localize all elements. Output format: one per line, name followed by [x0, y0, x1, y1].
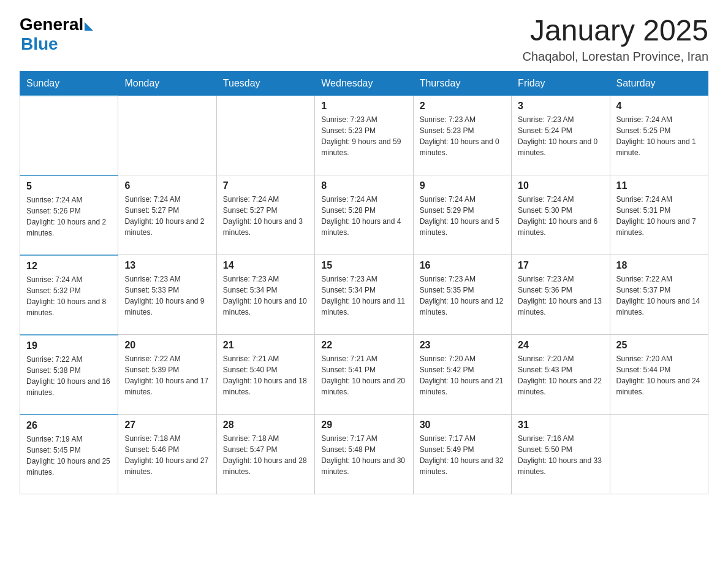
- day-info: Sunrise: 7:18 AMSunset: 5:47 PMDaylight:…: [223, 433, 308, 477]
- calendar-header: SundayMondayTuesdayWednesdayThursdayFrid…: [20, 71, 708, 96]
- day-number: 29: [321, 419, 406, 431]
- day-number: 15: [321, 260, 406, 271]
- calendar-cell: 21Sunrise: 7:21 AMSunset: 5:40 PMDayligh…: [216, 335, 314, 415]
- day-info: Sunrise: 7:24 AMSunset: 5:32 PMDaylight:…: [26, 274, 112, 318]
- calendar-cell: 4Sunrise: 7:24 AMSunset: 5:25 PMDaylight…: [610, 96, 708, 175]
- calendar-week-row: 1Sunrise: 7:23 AMSunset: 5:23 PMDaylight…: [20, 96, 708, 175]
- calendar-cell: 14Sunrise: 7:23 AMSunset: 5:34 PMDayligh…: [216, 255, 314, 335]
- calendar-cell: 15Sunrise: 7:23 AMSunset: 5:34 PMDayligh…: [315, 255, 413, 335]
- calendar-cell: 17Sunrise: 7:23 AMSunset: 5:36 PMDayligh…: [512, 255, 610, 335]
- calendar-cell: 31Sunrise: 7:16 AMSunset: 5:50 PMDayligh…: [512, 415, 610, 494]
- month-title: January 2025: [522, 15, 708, 47]
- day-info: Sunrise: 7:22 AMSunset: 5:38 PMDaylight:…: [26, 354, 112, 398]
- day-number: 4: [616, 101, 702, 112]
- day-info: Sunrise: 7:23 AMSunset: 5:34 PMDaylight:…: [321, 274, 406, 318]
- day-number: 19: [26, 340, 112, 351]
- calendar-cell: 7Sunrise: 7:24 AMSunset: 5:27 PMDaylight…: [216, 175, 314, 255]
- calendar-cell: 3Sunrise: 7:23 AMSunset: 5:24 PMDaylight…: [512, 96, 610, 175]
- weekday-header-monday: Monday: [118, 71, 216, 96]
- day-number: 11: [616, 180, 702, 191]
- day-info: Sunrise: 7:24 AMSunset: 5:25 PMDaylight:…: [616, 114, 702, 158]
- day-info: Sunrise: 7:23 AMSunset: 5:23 PMDaylight:…: [420, 114, 505, 158]
- calendar-cell: 28Sunrise: 7:18 AMSunset: 5:47 PMDayligh…: [216, 415, 314, 494]
- day-info: Sunrise: 7:16 AMSunset: 5:50 PMDaylight:…: [518, 433, 603, 477]
- calendar-cell: 10Sunrise: 7:24 AMSunset: 5:30 PMDayligh…: [512, 175, 610, 255]
- day-number: 10: [518, 180, 603, 191]
- calendar-cell: 26Sunrise: 7:19 AMSunset: 5:45 PMDayligh…: [20, 415, 118, 494]
- calendar-cell: 13Sunrise: 7:23 AMSunset: 5:33 PMDayligh…: [118, 255, 216, 335]
- day-number: 28: [223, 419, 308, 431]
- day-info: Sunrise: 7:24 AMSunset: 5:27 PMDaylight:…: [124, 194, 210, 238]
- page-header: General Blue January 2025 Chaqabol, Lore…: [20, 15, 708, 64]
- day-number: 25: [616, 340, 702, 351]
- calendar-cell: [610, 415, 708, 494]
- day-number: 12: [26, 261, 112, 272]
- calendar-cell: 30Sunrise: 7:17 AMSunset: 5:49 PMDayligh…: [413, 415, 511, 494]
- day-number: 21: [223, 340, 308, 351]
- day-info: Sunrise: 7:17 AMSunset: 5:49 PMDaylight:…: [420, 433, 505, 477]
- logo-blue-text: Blue: [21, 34, 93, 54]
- day-number: 9: [420, 180, 505, 191]
- day-info: Sunrise: 7:24 AMSunset: 5:28 PMDaylight:…: [321, 194, 406, 238]
- day-number: 3: [518, 101, 603, 112]
- day-number: 8: [321, 180, 406, 191]
- day-number: 30: [420, 419, 505, 431]
- weekday-header-wednesday: Wednesday: [315, 71, 413, 96]
- calendar-body: 1Sunrise: 7:23 AMSunset: 5:23 PMDaylight…: [20, 96, 708, 494]
- logo-general-text: General: [20, 15, 83, 34]
- calendar-cell: 18Sunrise: 7:22 AMSunset: 5:37 PMDayligh…: [610, 255, 708, 335]
- weekday-header-sunday: Sunday: [20, 71, 118, 96]
- weekday-header-thursday: Thursday: [413, 71, 511, 96]
- day-info: Sunrise: 7:23 AMSunset: 5:33 PMDaylight:…: [124, 274, 210, 318]
- day-info: Sunrise: 7:22 AMSunset: 5:37 PMDaylight:…: [616, 274, 702, 318]
- calendar-week-row: 19Sunrise: 7:22 AMSunset: 5:38 PMDayligh…: [20, 335, 708, 415]
- calendar-cell: 5Sunrise: 7:24 AMSunset: 5:26 PMDaylight…: [20, 175, 118, 255]
- weekday-header-friday: Friday: [512, 71, 610, 96]
- calendar-cell: 11Sunrise: 7:24 AMSunset: 5:31 PMDayligh…: [610, 175, 708, 255]
- day-number: 20: [124, 340, 210, 351]
- calendar-cell: 9Sunrise: 7:24 AMSunset: 5:29 PMDaylight…: [413, 175, 511, 255]
- weekday-header-tuesday: Tuesday: [216, 71, 314, 96]
- day-number: 26: [26, 420, 112, 431]
- calendar-table: SundayMondayTuesdayWednesdayThursdayFrid…: [20, 71, 708, 495]
- calendar-week-row: 5Sunrise: 7:24 AMSunset: 5:26 PMDaylight…: [20, 175, 708, 255]
- day-number: 7: [223, 180, 308, 191]
- weekday-header-row: SundayMondayTuesdayWednesdayThursdayFrid…: [20, 71, 708, 96]
- day-info: Sunrise: 7:23 AMSunset: 5:35 PMDaylight:…: [420, 274, 505, 318]
- calendar-cell: 2Sunrise: 7:23 AMSunset: 5:23 PMDaylight…: [413, 96, 511, 175]
- logo: General Blue: [20, 15, 93, 54]
- day-info: Sunrise: 7:23 AMSunset: 5:36 PMDaylight:…: [518, 274, 603, 318]
- calendar-cell: 29Sunrise: 7:17 AMSunset: 5:48 PMDayligh…: [315, 415, 413, 494]
- day-number: 18: [616, 260, 702, 271]
- day-info: Sunrise: 7:22 AMSunset: 5:39 PMDaylight:…: [124, 353, 210, 397]
- day-number: 22: [321, 340, 406, 351]
- calendar-week-row: 12Sunrise: 7:24 AMSunset: 5:32 PMDayligh…: [20, 255, 708, 335]
- logo-top-line: General: [20, 15, 93, 34]
- day-number: 24: [518, 340, 603, 351]
- day-number: 1: [321, 101, 406, 112]
- day-number: 14: [223, 260, 308, 271]
- calendar-cell: 16Sunrise: 7:23 AMSunset: 5:35 PMDayligh…: [413, 255, 511, 335]
- calendar-cell: [118, 96, 216, 175]
- day-info: Sunrise: 7:21 AMSunset: 5:40 PMDaylight:…: [223, 353, 308, 397]
- day-info: Sunrise: 7:24 AMSunset: 5:30 PMDaylight:…: [518, 194, 603, 238]
- day-number: 2: [420, 101, 505, 112]
- day-info: Sunrise: 7:19 AMSunset: 5:45 PMDaylight:…: [26, 434, 112, 478]
- day-info: Sunrise: 7:23 AMSunset: 5:23 PMDaylight:…: [321, 114, 406, 158]
- day-info: Sunrise: 7:24 AMSunset: 5:31 PMDaylight:…: [616, 194, 702, 238]
- title-section: January 2025 Chaqabol, Lorestan Province…: [522, 15, 708, 64]
- logo-wrapper: General Blue: [20, 15, 93, 54]
- day-info: Sunrise: 7:21 AMSunset: 5:41 PMDaylight:…: [321, 353, 406, 397]
- calendar-cell: 23Sunrise: 7:20 AMSunset: 5:42 PMDayligh…: [413, 335, 511, 415]
- day-info: Sunrise: 7:18 AMSunset: 5:46 PMDaylight:…: [124, 433, 210, 477]
- day-number: 31: [518, 419, 603, 431]
- day-info: Sunrise: 7:23 AMSunset: 5:34 PMDaylight:…: [223, 274, 308, 318]
- day-info: Sunrise: 7:24 AMSunset: 5:27 PMDaylight:…: [223, 194, 308, 238]
- weekday-header-saturday: Saturday: [610, 71, 708, 96]
- calendar-cell: 12Sunrise: 7:24 AMSunset: 5:32 PMDayligh…: [20, 255, 118, 335]
- day-info: Sunrise: 7:17 AMSunset: 5:48 PMDaylight:…: [321, 433, 406, 477]
- day-info: Sunrise: 7:20 AMSunset: 5:44 PMDaylight:…: [616, 353, 702, 397]
- day-number: 13: [124, 260, 210, 271]
- calendar-cell: 6Sunrise: 7:24 AMSunset: 5:27 PMDaylight…: [118, 175, 216, 255]
- calendar-cell: 22Sunrise: 7:21 AMSunset: 5:41 PMDayligh…: [315, 335, 413, 415]
